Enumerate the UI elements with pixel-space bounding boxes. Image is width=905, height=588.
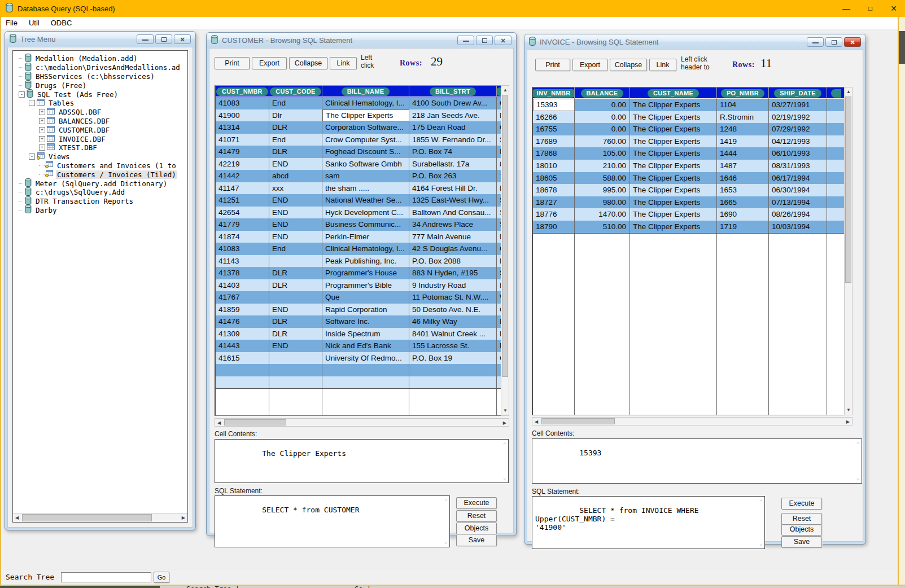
sql-statement-box[interactable]: SELECT * from CUSTOMER ⌃ ⌄: [215, 495, 450, 547]
table-cell[interactable]: S: [497, 267, 501, 279]
customer-table-row[interactable]: 41083EndClinical Hematology, I...4100 So…: [216, 97, 501, 109]
tree-item[interactable]: +CUSTOMER.DBF: [15, 125, 186, 134]
tree-item[interactable]: -SQL Test (Ads Free): [15, 90, 186, 99]
table-cell[interactable]: [827, 160, 844, 172]
table-cell[interactable]: 41314: [216, 121, 269, 134]
table-cell[interactable]: Clinical Hematology, I...: [322, 97, 409, 109]
column-header-BILL_NAME[interactable]: BILL_NAME: [322, 86, 409, 97]
invoice-table-row[interactable]: 18790510.00The Clipper Experts171910/03/…: [533, 221, 844, 233]
tree-item[interactable]: +XTEST.DBF: [15, 143, 186, 152]
table-cell[interactable]: [269, 255, 322, 267]
table-cell[interactable]: 10/03/1994: [769, 221, 827, 233]
table-cell[interactable]: Programmer's House: [322, 267, 409, 279]
table-cell[interactable]: S: [497, 218, 501, 231]
customer-table-row[interactable]: 41479DLRFoghead Discount S...P.O. Box 74…: [216, 146, 501, 158]
invoice-execute-button[interactable]: Execute: [781, 498, 822, 510]
tree-item[interactable]: Meter (SqlQuery.add Dictionary): [15, 179, 186, 188]
customer-table-row[interactable]: 41615University Of Redmo...P.O. Box 19C: [216, 352, 501, 365]
scroll-down-icon[interactable]: ⌄: [856, 475, 860, 481]
table-cell[interactable]: E: [497, 340, 501, 352]
sql-statement-box[interactable]: SELECT * from INVOICE WHERE Upper(CUST_N…: [532, 496, 765, 549]
tree-item[interactable]: +ADSSQL.DBF: [15, 108, 186, 117]
tree-horizontal-scrollbar[interactable]: ◀ ▶: [13, 513, 187, 522]
table-cell[interactable]: Nick and Ed's Bank: [322, 340, 409, 352]
customer-table-row[interactable]: 41443ENDNick and Ed's Bank155 Lacrosse S…: [216, 340, 501, 352]
table-cell[interactable]: C: [497, 121, 501, 134]
table-cell[interactable]: S: [497, 134, 501, 146]
cell-contents-box[interactable]: The Clipper Experts ⌃ ⌄: [215, 439, 509, 483]
table-cell[interactable]: P.O. Box 74: [409, 146, 497, 158]
table-cell[interactable]: University Of Redmo...: [322, 352, 409, 365]
table-cell[interactable]: 41378: [216, 267, 269, 279]
invoice-table-row[interactable]: 18605588.00The Clipper Experts164606/17/…: [533, 172, 844, 185]
table-cell[interactable]: Crow Computer Syst...: [322, 134, 409, 146]
invoice-table-row[interactable]: 153930.00The Clipper Experts110403/27/19…: [533, 99, 844, 111]
table-cell[interactable]: The Clipper Experts: [630, 172, 717, 185]
collapse-box-icon[interactable]: -: [29, 100, 35, 106]
table-cell[interactable]: C: [497, 352, 501, 365]
table-cell[interactable]: [827, 221, 844, 233]
collapse-box-icon[interactable]: -: [29, 153, 35, 160]
tree-menu-titlebar[interactable]: Tree Menu ✕: [5, 32, 195, 47]
table-cell[interactable]: 07/13/1994: [769, 196, 827, 209]
customer-execute-button[interactable]: Execute: [456, 497, 497, 509]
column-header-SHIP_DATE[interactable]: SHIP_DATE: [769, 87, 827, 99]
table-cell[interactable]: 41403: [216, 279, 269, 292]
table-cell[interactable]: 588.00: [575, 172, 630, 185]
invoice-export-button[interactable]: Export: [572, 59, 607, 71]
table-cell[interactable]: END: [269, 304, 322, 316]
column-header-CUST_NAME[interactable]: CUST_NAME: [630, 87, 717, 99]
invoice-grid-hscrollbar[interactable]: ◀ ▶: [532, 417, 852, 425]
table-cell[interactable]: The Clipper Experts: [630, 99, 717, 111]
table-cell[interactable]: 41442: [216, 170, 269, 182]
customer-table-row[interactable]: 41779ENDBusiness Communic...34 Andrews P…: [216, 218, 501, 231]
table-cell[interactable]: END: [269, 340, 322, 352]
table-cell[interactable]: 41859: [216, 304, 269, 316]
table-cell[interactable]: 995.00: [575, 184, 630, 196]
table-cell[interactable]: 41083: [216, 97, 269, 109]
search-tree-input[interactable]: [61, 572, 151, 582]
table-cell[interactable]: 4100 South Drew Av...: [409, 97, 497, 109]
minimize-button[interactable]: [457, 36, 474, 45]
tree-item[interactable]: Customers / Invoices (Tiled): [15, 170, 186, 179]
table-cell[interactable]: 41309: [216, 328, 269, 340]
table-cell[interactable]: DLR: [269, 146, 322, 158]
customer-table-row[interactable]: 41378DLRProgrammer's House883 N Hyden, #…: [216, 267, 501, 279]
table-cell[interactable]: 218 Jan Seeds Ave.: [409, 109, 497, 122]
table-cell[interactable]: R.Stromin: [717, 111, 769, 124]
table-cell[interactable]: End: [269, 243, 322, 255]
table-cell[interactable]: END: [269, 218, 322, 231]
table-cell[interactable]: 11 Potomac St. N.W....: [409, 291, 497, 304]
collapse-box-icon[interactable]: -: [19, 91, 25, 98]
scroll-up-icon[interactable]: ⌃: [502, 442, 506, 448]
scroll-down-icon[interactable]: ▼: [503, 409, 508, 413]
table-cell[interactable]: END: [269, 158, 322, 170]
table-cell[interactable]: The Clipper Experts: [630, 111, 717, 124]
table-cell[interactable]: The Clipper Experts: [630, 208, 717, 221]
table-cell[interactable]: 18790: [533, 221, 575, 233]
table-cell[interactable]: [827, 196, 844, 209]
table-cell[interactable]: 1855 W. Fernando Dr...: [409, 134, 497, 146]
customer-objects-button[interactable]: Objects: [456, 523, 497, 534]
table-cell[interactable]: [269, 291, 322, 304]
customer-grid-vscrollbar[interactable]: ▲ ▼: [501, 85, 509, 416]
table-cell[interactable]: 41479: [216, 146, 269, 158]
table-cell[interactable]: [827, 208, 844, 221]
table-cell[interactable]: 883 N Hyden, #195: [409, 267, 497, 279]
tree-item[interactable]: Medallion (Medalion.add): [15, 54, 186, 63]
table-cell[interactable]: 1248: [717, 123, 769, 135]
table-cell[interactable]: National Weather Se...: [322, 194, 409, 207]
column-header-CUST_CODE[interactable]: CUST_CODE: [269, 86, 322, 97]
table-cell[interactable]: P.O. Box 2088: [409, 255, 497, 267]
table-cell[interactable]: 16266: [533, 111, 575, 124]
maximize-button[interactable]: [825, 37, 842, 47]
minimize-button[interactable]: [807, 37, 824, 47]
table-cell[interactable]: The Clipper Experts: [630, 123, 717, 135]
tree-item[interactable]: +INVOICE.DBF: [15, 134, 186, 143]
customer-table-row[interactable]: 41314DLRCorporation Software...175 Dean …: [216, 121, 501, 134]
table-cell[interactable]: S: [497, 207, 501, 219]
table-cell[interactable]: The Clipper Experts: [630, 147, 717, 160]
table-cell[interactable]: [827, 184, 844, 196]
customer-table-row[interactable]: 41476DLRSoftware Inc.46 Milky WayE: [216, 315, 501, 328]
table-cell[interactable]: 41143: [216, 255, 269, 267]
